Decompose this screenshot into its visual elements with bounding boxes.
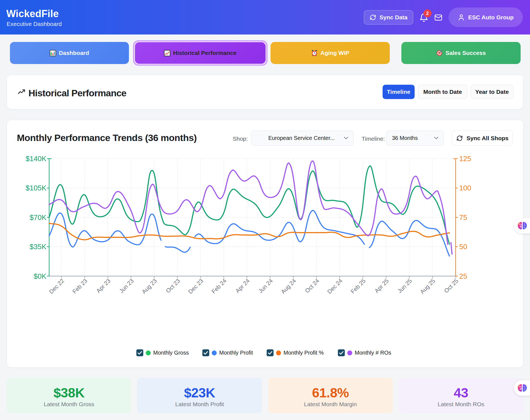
svg-text:Dec 24: Dec 24 [326, 277, 344, 295]
svg-text:Oct 25: Oct 25 [443, 278, 459, 294]
svg-text:$35K: $35K [30, 243, 46, 251]
svg-text:25: 25 [459, 272, 467, 280]
svg-text:Oct 23: Oct 23 [165, 278, 181, 294]
svg-text:Oct 24: Oct 24 [304, 277, 320, 294]
svg-text:Aug 25: Aug 25 [419, 278, 436, 295]
svg-text:Apr 24: Apr 24 [234, 277, 251, 294]
svg-text:Jun 25: Jun 25 [396, 278, 413, 294]
svg-text:$0K: $0K [34, 272, 47, 280]
svg-text:50: 50 [459, 243, 467, 251]
svg-text:100: 100 [459, 184, 471, 192]
svg-text:Feb 24: Feb 24 [210, 277, 228, 295]
svg-text:Feb 25: Feb 25 [349, 278, 367, 295]
svg-text:Apr 25: Apr 25 [373, 278, 390, 294]
svg-text:Jun 24: Jun 24 [257, 277, 274, 294]
svg-text:Apr 23: Apr 23 [95, 278, 112, 294]
svg-text:75: 75 [459, 213, 467, 222]
svg-text:$105K: $105K [26, 184, 47, 192]
svg-text:Aug 24: Aug 24 [280, 277, 297, 295]
svg-text:$70K: $70K [30, 213, 46, 222]
svg-text:Dec 22: Dec 22 [48, 278, 65, 295]
svg-text:$140K: $140K [26, 155, 47, 163]
svg-text:125: 125 [459, 155, 471, 163]
svg-text:Aug 23: Aug 23 [141, 278, 158, 295]
svg-text:Jun 23: Jun 23 [118, 278, 135, 294]
svg-text:Feb 23: Feb 23 [71, 278, 89, 295]
svg-text:Dec 23: Dec 23 [187, 278, 204, 295]
